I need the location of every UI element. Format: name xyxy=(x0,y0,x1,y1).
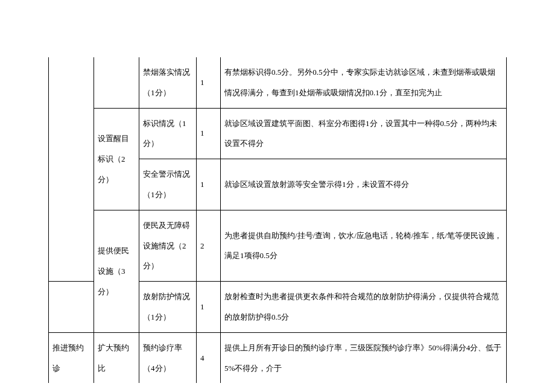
cat-cell: 提供便民设施（3分） xyxy=(94,210,139,332)
table-row: 提供便民设施（3分） 便民及无障碍设施情况（2分） 2 为患者提供自助预约/挂号… xyxy=(49,210,507,281)
sub-item-cell: 放射防护情况（1分） xyxy=(139,282,197,333)
score-cell: 1 xyxy=(197,159,221,210)
score-cell: 4 xyxy=(197,332,221,383)
table-row: 禁烟落实情况（1分） 1 有禁烟标识得0.5分。另外0.5分中，专家实际走访就诊… xyxy=(49,57,507,108)
evaluation-table: 禁烟落实情况（1分） 1 有禁烟标识得0.5分。另外0.5分中，专家实际走访就诊… xyxy=(48,57,507,383)
desc-cell: 就诊区域设置建筑平面图、科室分布图得1分，设置其中一种得0.5分，两种均未设置不… xyxy=(221,108,507,159)
table-row: 推进预约诊 扩大预约比 预约诊疗率（4分） 4 提供上月所有开诊日的预约诊疗率，… xyxy=(49,332,507,383)
score-cell: 1 xyxy=(197,108,221,159)
score-cell: 1 xyxy=(197,282,221,333)
score-cell: 1 xyxy=(197,57,221,108)
sub-item-cell: 便民及无障碍设施情况（2分） xyxy=(139,210,197,281)
main-cat-cell xyxy=(49,282,94,333)
cat-cell: 扩大预约比 xyxy=(94,332,139,383)
score-cell: 2 xyxy=(197,210,221,281)
desc-cell: 放射检查时为患者提供更衣条件和符合规范的放射防护得满分，仅提供符合规范的放射防护… xyxy=(221,282,507,333)
main-cat-cell xyxy=(49,210,94,281)
main-cat-cell: 推进预约诊 xyxy=(49,332,94,383)
sub-item-cell: 安全警示情况（1分） xyxy=(139,159,197,210)
cat-cell: 设置醒目标识（2分） xyxy=(94,108,139,210)
desc-cell: 为患者提供自助预约/挂号/查询，饮水/应急电话，轮椅/推车，纸/笔等便民设施，满… xyxy=(221,210,507,281)
desc-cell: 就诊区域设置放射源等安全警示得1分，未设置不得分 xyxy=(221,159,507,210)
main-cat-cell xyxy=(49,108,94,159)
table-row: 设置醒目标识（2分） 标识情况（1分） 1 就诊区域设置建筑平面图、科室分布图得… xyxy=(49,108,507,159)
desc-cell: 有禁烟标识得0.5分。另外0.5分中，专家实际走访就诊区域，未查到烟蒂或吸烟情况… xyxy=(221,57,507,108)
sub-item-cell: 禁烟落实情况（1分） xyxy=(139,57,197,108)
desc-cell: 提供上月所有开诊日的预约诊疗率，三级医院预约诊疗率》50%得满分4分、低于5%不… xyxy=(221,332,507,383)
main-cat-cell xyxy=(49,57,94,108)
sub-item-cell: 标识情况（1分） xyxy=(139,108,197,159)
sub-item-cell: 预约诊疗率（4分） xyxy=(139,332,197,383)
cat-cell xyxy=(94,57,139,108)
main-cat-cell xyxy=(49,159,94,210)
